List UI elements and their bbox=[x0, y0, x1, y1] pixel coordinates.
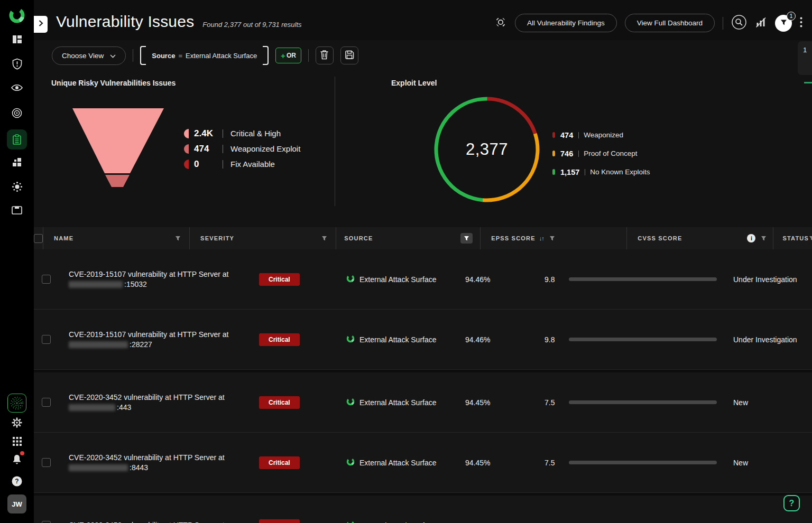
filter-bar: Choose View Source = External Attack Sur… bbox=[52, 46, 358, 65]
hide-charts-button[interactable] bbox=[755, 16, 767, 30]
legend-value: 474 bbox=[560, 131, 573, 139]
sidebar-item-visibility[interactable] bbox=[0, 83, 34, 95]
sidebar-item-apps[interactable] bbox=[0, 436, 34, 449]
table-row[interactable]: CVE-2019-15107 vulnerability at HTTP Ser… bbox=[34, 249, 812, 310]
divider bbox=[223, 145, 223, 153]
choose-view-label: Choose View bbox=[62, 52, 104, 60]
table-row[interactable]: CVE-2019-15107 vulnerability at HTTP Ser… bbox=[34, 310, 812, 370]
donut-chart: 2,377 bbox=[431, 94, 542, 205]
legend-value: 474 bbox=[194, 144, 223, 154]
cvss-score: 9.8 bbox=[545, 275, 559, 284]
filter-funnel-icon bbox=[780, 19, 787, 27]
source-logo-icon bbox=[346, 274, 355, 285]
row-checkbox[interactable] bbox=[42, 335, 51, 344]
source-logo-icon bbox=[346, 457, 355, 468]
redacted-ip bbox=[69, 404, 115, 411]
brand-logo[interactable] bbox=[0, 7, 34, 26]
column-header-severity: SEVERITY bbox=[200, 235, 234, 241]
sidebar: ? JW bbox=[0, 0, 34, 523]
sidebar-item-help[interactable]: ? bbox=[0, 475, 34, 489]
dashboard-icon bbox=[12, 34, 23, 47]
column-header-epss: EPSS SCORE bbox=[491, 235, 536, 241]
table-header: NAME SEVERITY SOURCE EPSS SCORE ↓↑ CVSS … bbox=[34, 227, 812, 249]
vulnerability-name: CVE-2020-3452 vulnerability at HTTP Serv… bbox=[69, 393, 225, 402]
divider bbox=[578, 132, 579, 138]
epss-score: 94.45% bbox=[465, 459, 490, 467]
sort-icon[interactable]: ↓↑ bbox=[539, 235, 544, 241]
sidebar-item-modules[interactable] bbox=[0, 156, 34, 170]
chip-field: Source bbox=[152, 52, 175, 60]
right-panel-tab[interactable]: 1 bbox=[798, 41, 812, 75]
sidebar-item-vulnerabilities[interactable] bbox=[0, 129, 34, 150]
vulnerability-name: CVE-2019-15107 vulnerability at HTTP Ser… bbox=[69, 330, 228, 339]
filter-chip-source[interactable]: Source = External Attack Surface bbox=[140, 46, 269, 65]
scan-target-button[interactable] bbox=[494, 16, 507, 30]
ai-assistant-icon bbox=[7, 394, 26, 413]
donut-legend: 474 Weaponized 746 Proof of Concept 1,15… bbox=[552, 126, 650, 181]
filter-icon[interactable] bbox=[549, 236, 555, 241]
row-checkbox[interactable] bbox=[42, 275, 51, 284]
search-button[interactable] bbox=[731, 14, 747, 32]
active-filter-icon[interactable] bbox=[460, 233, 473, 244]
legend-marker bbox=[184, 144, 189, 154]
row-checkbox[interactable] bbox=[42, 521, 51, 523]
source-name: External Attack Surface bbox=[359, 335, 437, 344]
table-row[interactable]: CVE-2020-3452 vulnerability at HTTP Serv… bbox=[34, 372, 812, 433]
cvss-score: 9.8 bbox=[545, 335, 559, 344]
modules-icon bbox=[11, 156, 23, 170]
active-filters-button[interactable]: 1 bbox=[775, 15, 792, 32]
epss-score: 94.46% bbox=[465, 275, 490, 284]
kebab-menu-button[interactable] bbox=[800, 17, 802, 29]
save-view-button[interactable] bbox=[340, 46, 358, 64]
row-checkbox[interactable] bbox=[42, 398, 51, 407]
sidebar-item-targets[interactable] bbox=[0, 107, 34, 121]
legend-marker bbox=[552, 151, 555, 156]
legend-value: 1,157 bbox=[560, 168, 579, 176]
add-or-condition-button[interactable]: + OR bbox=[275, 48, 301, 63]
funnel-chart-title: Unique Risky Vulnerabilities Issues bbox=[51, 79, 176, 87]
main-panel: Vulnerability Issues Found 2,377 out of … bbox=[34, 0, 812, 523]
sidebar-item-dashboard[interactable] bbox=[0, 34, 34, 47]
filter-icon[interactable] bbox=[321, 236, 327, 241]
legend-value: 0 bbox=[194, 159, 223, 170]
user-avatar[interactable]: JW bbox=[0, 494, 34, 513]
help-fab-button[interactable]: ? bbox=[783, 495, 800, 511]
filter-icon[interactable] bbox=[809, 236, 812, 241]
donut-chart-title: Exploit Level bbox=[391, 79, 437, 87]
collapse-panel-button[interactable] bbox=[34, 16, 48, 33]
status-value: New bbox=[733, 459, 748, 467]
settings-gear-icon bbox=[11, 417, 23, 431]
select-all-checkbox[interactable] bbox=[34, 234, 43, 243]
kebab-menu-icon bbox=[800, 17, 802, 29]
filter-icon[interactable] bbox=[761, 236, 767, 241]
all-vulnerability-findings-button[interactable]: All Vulnerability Findings bbox=[515, 14, 617, 32]
choose-view-dropdown[interactable]: Choose View bbox=[52, 46, 126, 65]
sidebar-item-ai-assistant[interactable] bbox=[0, 394, 34, 413]
sidebar-item-notifications[interactable] bbox=[0, 453, 34, 468]
severity-badge: Critical bbox=[259, 273, 300, 286]
column-header-status: STATUS bbox=[782, 235, 809, 241]
chip-value: External Attack Surface bbox=[186, 52, 257, 60]
filter-icon[interactable] bbox=[175, 236, 181, 241]
sidebar-item-browser[interactable] bbox=[0, 206, 34, 217]
epss-score: 94.45% bbox=[465, 398, 490, 407]
legend-marker bbox=[184, 160, 189, 169]
notification-dot bbox=[20, 451, 24, 455]
chevron-right-icon bbox=[38, 20, 43, 29]
table-row[interactable]: CVE-2020-3452 vulnerability at HTTP Serv… bbox=[34, 496, 812, 523]
sidebar-item-threats[interactable] bbox=[0, 181, 34, 195]
page-title: Vulnerability Issues bbox=[56, 13, 194, 31]
view-full-dashboard-button[interactable]: View Full Dashboard bbox=[625, 14, 715, 32]
brand-logo-icon bbox=[8, 7, 25, 26]
source-name: External Attack Surface bbox=[359, 398, 437, 407]
info-icon[interactable]: i bbox=[747, 234, 755, 242]
sidebar-item-risk[interactable] bbox=[0, 58, 34, 72]
row-checkbox[interactable] bbox=[42, 458, 51, 467]
sidebar-item-settings[interactable] bbox=[0, 417, 34, 431]
avatar-initials: JW bbox=[7, 494, 26, 513]
status-value: Under Investigation bbox=[733, 335, 797, 344]
table-row[interactable]: CVE-2020-3452 vulnerability at HTTP Serv… bbox=[34, 433, 812, 493]
legend-item: 746 Proof of Concept bbox=[552, 144, 650, 163]
legend-item: 474 Weaponized Exploit bbox=[184, 141, 300, 156]
delete-filters-button[interactable] bbox=[316, 46, 334, 64]
